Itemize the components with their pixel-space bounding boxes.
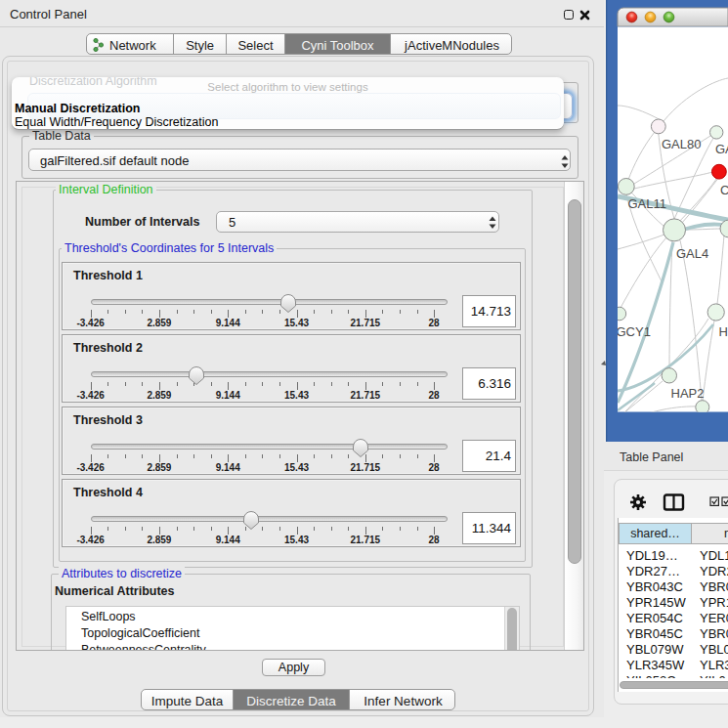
svg-text:GAL80: GAL80 bbox=[662, 137, 701, 151]
svg-text:GCY1: GCY1 bbox=[617, 324, 651, 339]
svg-text:GAL4: GAL4 bbox=[676, 246, 708, 261]
svg-text:GAL11: GAL11 bbox=[628, 196, 667, 211]
svg-text:HAP2: HAP2 bbox=[671, 386, 705, 401]
svg-text:H: H bbox=[719, 324, 728, 339]
svg-text:GA: GA bbox=[715, 142, 728, 156]
svg-text:C: C bbox=[720, 183, 728, 197]
